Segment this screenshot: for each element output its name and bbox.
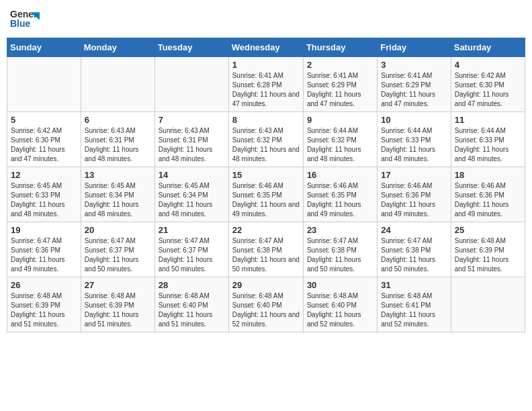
cell-content: Sunrise: 6:46 AMSunset: 6:36 PMDaylight:… (455, 181, 521, 219)
day-number: 7 (159, 115, 225, 125)
day-number: 20 (85, 225, 151, 235)
calendar-cell: 5Sunrise: 6:42 AMSunset: 6:30 PMDaylight… (7, 112, 81, 167)
calendar-cell: 12Sunrise: 6:45 AMSunset: 6:33 PMDayligh… (7, 167, 81, 222)
day-number: 15 (232, 170, 300, 180)
cell-content: Sunrise: 6:47 AMSunset: 6:38 PMDaylight:… (381, 236, 447, 274)
calendar-cell: 4Sunrise: 6:42 AMSunset: 6:30 PMDaylight… (451, 57, 525, 112)
cell-content: Sunrise: 6:48 AMSunset: 6:40 PMDaylight:… (159, 291, 225, 329)
day-number: 8 (232, 115, 300, 125)
day-of-week-header: Saturday (451, 38, 525, 57)
cell-content: Sunrise: 6:42 AMSunset: 6:30 PMDaylight:… (455, 71, 521, 109)
day-number: 25 (455, 225, 521, 235)
calendar-cell: 17Sunrise: 6:46 AMSunset: 6:36 PMDayligh… (378, 167, 451, 222)
calendar-cell: 26Sunrise: 6:48 AMSunset: 6:39 PMDayligh… (7, 277, 81, 332)
calendar-cell: 31Sunrise: 6:48 AMSunset: 6:41 PMDayligh… (378, 277, 451, 332)
day-number: 30 (307, 280, 373, 290)
day-number: 5 (11, 115, 77, 125)
calendar-cell: 25Sunrise: 6:48 AMSunset: 6:39 PMDayligh… (451, 222, 525, 277)
day-number: 14 (159, 170, 225, 180)
calendar-cell (154, 57, 228, 112)
calendar-cell: 2Sunrise: 6:41 AMSunset: 6:29 PMDaylight… (303, 57, 377, 112)
cell-content: Sunrise: 6:48 AMSunset: 6:40 PMDaylight:… (307, 291, 373, 329)
calendar-week-row: 1Sunrise: 6:41 AMSunset: 6:28 PMDaylight… (7, 57, 525, 112)
calendar-cell: 7Sunrise: 6:43 AMSunset: 6:31 PMDaylight… (154, 112, 228, 167)
calendar-cell: 24Sunrise: 6:47 AMSunset: 6:38 PMDayligh… (378, 222, 451, 277)
cell-content: Sunrise: 6:43 AMSunset: 6:32 PMDaylight:… (232, 126, 300, 164)
cell-content: Sunrise: 6:45 AMSunset: 6:34 PMDaylight:… (159, 181, 225, 219)
cell-content: Sunrise: 6:44 AMSunset: 6:32 PMDaylight:… (307, 126, 373, 164)
day-number: 2 (307, 60, 373, 70)
cell-content: Sunrise: 6:44 AMSunset: 6:33 PMDaylight:… (455, 126, 521, 164)
day-number: 1 (232, 60, 300, 70)
cell-content: Sunrise: 6:47 AMSunset: 6:37 PMDaylight:… (159, 236, 225, 274)
calendar-cell: 11Sunrise: 6:44 AMSunset: 6:33 PMDayligh… (451, 112, 525, 167)
cell-content: Sunrise: 6:47 AMSunset: 6:38 PMDaylight:… (307, 236, 373, 274)
cell-content: Sunrise: 6:46 AMSunset: 6:35 PMDaylight:… (232, 181, 300, 219)
cell-content: Sunrise: 6:46 AMSunset: 6:36 PMDaylight:… (381, 181, 447, 219)
cell-content: Sunrise: 6:48 AMSunset: 6:39 PMDaylight:… (455, 236, 521, 274)
day-of-week-header: Friday (378, 38, 451, 57)
day-number: 10 (381, 115, 447, 125)
cell-content: Sunrise: 6:48 AMSunset: 6:40 PMDaylight:… (232, 291, 300, 329)
svg-text:Blue: Blue (10, 18, 31, 29)
calendar-cell (451, 277, 525, 332)
day-number: 21 (159, 225, 225, 235)
calendar-cell: 13Sunrise: 6:45 AMSunset: 6:34 PMDayligh… (81, 167, 154, 222)
calendar-cell (7, 57, 81, 112)
calendar-cell: 14Sunrise: 6:45 AMSunset: 6:34 PMDayligh… (154, 167, 228, 222)
day-of-week-header: Wednesday (228, 38, 303, 57)
calendar-cell: 10Sunrise: 6:44 AMSunset: 6:33 PMDayligh… (378, 112, 451, 167)
calendar-cell: 8Sunrise: 6:43 AMSunset: 6:32 PMDaylight… (228, 112, 303, 167)
cell-content: Sunrise: 6:43 AMSunset: 6:31 PMDaylight:… (159, 126, 225, 164)
cell-content: Sunrise: 6:48 AMSunset: 6:39 PMDaylight:… (11, 291, 77, 329)
cell-content: Sunrise: 6:47 AMSunset: 6:38 PMDaylight:… (232, 236, 300, 274)
calendar-cell: 30Sunrise: 6:48 AMSunset: 6:40 PMDayligh… (303, 277, 377, 332)
day-number: 31 (381, 280, 447, 290)
cell-content: Sunrise: 6:43 AMSunset: 6:31 PMDaylight:… (85, 126, 151, 164)
calendar-cell: 6Sunrise: 6:43 AMSunset: 6:31 PMDaylight… (81, 112, 154, 167)
day-number: 16 (307, 170, 373, 180)
calendar-cell: 19Sunrise: 6:47 AMSunset: 6:36 PMDayligh… (7, 222, 81, 277)
cell-content: Sunrise: 6:48 AMSunset: 6:41 PMDaylight:… (381, 291, 447, 329)
cell-content: Sunrise: 6:47 AMSunset: 6:37 PMDaylight:… (85, 236, 151, 274)
day-number: 26 (11, 280, 77, 290)
calendar-cell: 18Sunrise: 6:46 AMSunset: 6:36 PMDayligh… (451, 167, 525, 222)
day-number: 28 (159, 280, 225, 290)
calendar-cell: 20Sunrise: 6:47 AMSunset: 6:37 PMDayligh… (81, 222, 154, 277)
cell-content: Sunrise: 6:42 AMSunset: 6:30 PMDaylight:… (11, 126, 77, 164)
cell-content: Sunrise: 6:41 AMSunset: 6:29 PMDaylight:… (307, 71, 373, 109)
cell-content: Sunrise: 6:47 AMSunset: 6:36 PMDaylight:… (11, 236, 77, 274)
calendar-body: 1Sunrise: 6:41 AMSunset: 6:28 PMDaylight… (7, 57, 525, 332)
cell-content: Sunrise: 6:46 AMSunset: 6:35 PMDaylight:… (307, 181, 373, 219)
calendar-cell: 23Sunrise: 6:47 AMSunset: 6:38 PMDayligh… (303, 222, 377, 277)
calendar-week-row: 5Sunrise: 6:42 AMSunset: 6:30 PMDaylight… (7, 112, 525, 167)
day-number: 18 (455, 170, 521, 180)
day-number: 11 (455, 115, 521, 125)
logo-icon: General Blue (10, 7, 40, 31)
calendar-cell: 28Sunrise: 6:48 AMSunset: 6:40 PMDayligh… (154, 277, 228, 332)
day-of-week-header: Tuesday (154, 38, 228, 57)
cell-content: Sunrise: 6:45 AMSunset: 6:34 PMDaylight:… (85, 181, 151, 219)
calendar-week-row: 26Sunrise: 6:48 AMSunset: 6:39 PMDayligh… (7, 277, 525, 332)
day-number: 24 (381, 225, 447, 235)
calendar-week-row: 19Sunrise: 6:47 AMSunset: 6:36 PMDayligh… (7, 222, 525, 277)
logo: General Blue (10, 7, 41, 31)
day-number: 22 (232, 225, 300, 235)
page-header: General Blue (7, 7, 525, 31)
calendar-week-row: 12Sunrise: 6:45 AMSunset: 6:33 PMDayligh… (7, 167, 525, 222)
cell-content: Sunrise: 6:41 AMSunset: 6:28 PMDaylight:… (232, 71, 300, 109)
calendar-cell: 21Sunrise: 6:47 AMSunset: 6:37 PMDayligh… (154, 222, 228, 277)
day-number: 4 (455, 60, 521, 70)
calendar-table: SundayMondayTuesdayWednesdayThursdayFrid… (7, 38, 525, 332)
day-of-week-header: Monday (81, 38, 154, 57)
calendar-cell (81, 57, 154, 112)
day-number: 12 (11, 170, 77, 180)
day-number: 29 (232, 280, 300, 290)
cell-content: Sunrise: 6:48 AMSunset: 6:39 PMDaylight:… (85, 291, 151, 329)
calendar-cell: 9Sunrise: 6:44 AMSunset: 6:32 PMDaylight… (303, 112, 377, 167)
day-number: 6 (85, 115, 151, 125)
calendar-cell: 16Sunrise: 6:46 AMSunset: 6:35 PMDayligh… (303, 167, 377, 222)
calendar-cell: 27Sunrise: 6:48 AMSunset: 6:39 PMDayligh… (81, 277, 154, 332)
calendar-cell: 3Sunrise: 6:41 AMSunset: 6:29 PMDaylight… (378, 57, 451, 112)
calendar-cell: 29Sunrise: 6:48 AMSunset: 6:40 PMDayligh… (228, 277, 303, 332)
